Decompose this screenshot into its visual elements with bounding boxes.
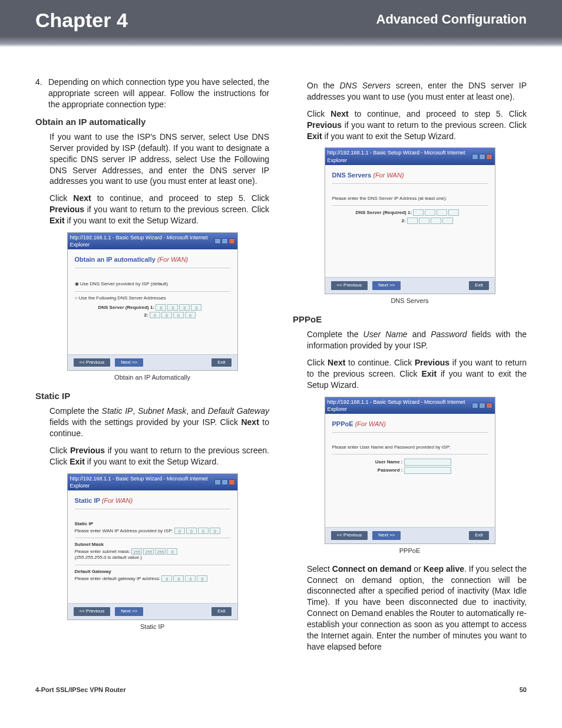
step-text: Depending on which connection type you h… — [48, 77, 269, 110]
window-controls — [472, 403, 492, 409]
left-column: 4. Depending on which connection type yo… — [35, 77, 269, 658]
window-title: http://192.168.1.1 - Basic Setup Wizard … — [70, 475, 214, 489]
page-body: 4. Depending on which connection type yo… — [0, 47, 562, 682]
heading-obtain-ip: Obtain an IP automatically — [35, 116, 269, 128]
field-label: Password : — [332, 467, 403, 474]
window-title: http://192.168.1.1 - Basic Setup Wizard … — [328, 149, 472, 163]
body-text: On the DNS Servers screen, enter the DNS… — [307, 80, 527, 103]
body-text: Select Connect on demand or Keep alive. … — [307, 564, 527, 653]
wizard-button-bar: << Previous Next >> Exit — [68, 354, 237, 371]
exit-button[interactable]: Exit — [469, 531, 488, 540]
body-text: Click Next to continue. Click Previous i… — [307, 357, 527, 391]
window-titlebar: http://192.168.1.1 - Basic Setup Wizard … — [325, 148, 495, 164]
panel-heading: PPPoE (For WAN) — [332, 420, 488, 429]
field-label: User Name : — [332, 459, 403, 466]
radio-option: ◉ Use DNS Server provided by ISP (defaul… — [75, 281, 230, 288]
username-input[interactable] — [404, 459, 451, 466]
section-label: Subnet Mask — [75, 542, 230, 548]
section-label: Default Gateway — [75, 569, 230, 575]
body-text: Complete the Static IP, Subnet Mask, and… — [49, 406, 269, 439]
window-controls — [472, 154, 492, 160]
screenshot-obtain-ip: http://192.168.1.1 - Basic Setup Wizard … — [67, 232, 238, 371]
body-text: If you want to use the ISP's DNS server,… — [49, 131, 269, 187]
field-row: Please enter subnet mask: 2552552550 — [75, 548, 230, 555]
body-text: Click Next to continue, and proceed to s… — [49, 193, 269, 226]
heading-pppoe: PPPoE — [293, 314, 527, 325]
note-text: Please enter User Name and Password prov… — [332, 444, 488, 451]
figure-caption: Obtain an IP Automatically — [35, 373, 269, 382]
field-row: 2: 0000 — [144, 312, 230, 318]
exit-button[interactable]: Exit — [211, 358, 231, 367]
step-number: 4. — [35, 77, 44, 110]
note-text: (255.255.255.0 is default value.) — [75, 555, 230, 561]
radio-option: ○ Use the Following DNS Server Addresses — [75, 295, 230, 302]
screenshot-static-ip: http://192.168.1.1 - Basic Setup Wizard … — [67, 473, 238, 620]
footer-product: 4-Port SSL/IPSec VPN Router — [35, 686, 125, 694]
next-button[interactable]: Next >> — [115, 358, 143, 367]
window-titlebar: http://192.168.1.1 - Basic Setup Wizard … — [325, 397, 495, 414]
figure-caption: PPPoE — [293, 546, 527, 555]
right-column: On the DNS Servers screen, enter the DNS… — [293, 77, 527, 658]
next-button[interactable]: Next >> — [115, 607, 143, 616]
field-row: DNS Server (Required) 1: — [356, 209, 488, 216]
wizard-button-bar: << Previous Next >> Exit — [325, 527, 495, 543]
screenshot-pppoe: http://192.168.1.1 - Basic Setup Wizard … — [325, 397, 495, 544]
panel-heading: Static IP (For WAN) — [75, 496, 230, 505]
next-button[interactable]: Next >> — [372, 281, 401, 290]
field-row: DNS Server (Required) 1: 0000 — [98, 304, 230, 311]
figure-caption: DNS Servers — [293, 297, 527, 305]
window-title: http://192.168.1.1 - Basic Setup Wizard … — [70, 234, 214, 248]
password-input[interactable] — [404, 467, 451, 474]
field-row: Please enter WAN IP Address provided by … — [75, 528, 230, 534]
previous-button[interactable]: << Previous — [74, 358, 111, 367]
field-row: Please enter default gateway IP address:… — [75, 575, 230, 582]
footer-page-number: 50 — [520, 686, 527, 694]
chapter-title: Chapter 4 — [35, 9, 128, 31]
body-text: Complete the User Name and Password fiel… — [307, 329, 527, 351]
window-titlebar: http://192.168.1.1 - Basic Setup Wizard … — [68, 474, 237, 490]
window-controls — [214, 238, 235, 244]
wizard-button-bar: << Previous Next >> Exit — [325, 277, 495, 294]
list-item: 4. Depending on which connection type yo… — [35, 77, 269, 110]
previous-button[interactable]: << Previous — [331, 281, 368, 290]
panel-heading: DNS Servers (For WAN) — [332, 171, 488, 180]
figure-caption: Static IP — [35, 622, 269, 631]
field-row: 2: — [402, 218, 488, 224]
wizard-button-bar: << Previous Next >> Exit — [68, 603, 237, 620]
panel-heading: Obtain an IP automatically (For WAN) — [75, 255, 230, 264]
previous-button[interactable]: << Previous — [74, 607, 111, 616]
exit-button[interactable]: Exit — [469, 281, 488, 290]
next-button[interactable]: Next >> — [372, 531, 401, 540]
window-titlebar: http://192.168.1.1 - Basic Setup Wizard … — [68, 233, 237, 249]
exit-button[interactable]: Exit — [211, 607, 231, 616]
page-header: Chapter 4 Advanced Configuration — [0, 0, 562, 47]
window-controls — [214, 479, 235, 485]
body-text: Click Previous if you want to return to … — [49, 445, 269, 467]
screenshot-dns-servers: http://192.168.1.1 - Basic Setup Wizard … — [325, 147, 495, 294]
page-footer: 4-Port SSL/IPSec VPN Router 50 — [0, 682, 562, 705]
note-text: Please enter the DNS Server IP Address (… — [332, 196, 488, 202]
heading-static-ip: Static IP — [35, 390, 269, 402]
previous-button[interactable]: << Previous — [331, 531, 368, 540]
window-title: http://192.168.1.1 - Basic Setup Wizard … — [328, 398, 472, 413]
body-text: Click Next to continue, and proceed to s… — [307, 108, 527, 142]
section-label: Static IP — [75, 521, 230, 528]
section-title: Advanced Configuration — [376, 11, 527, 28]
